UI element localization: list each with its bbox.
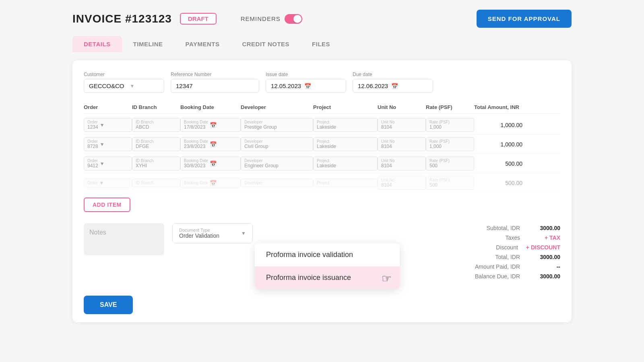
td-rate-4: Rate (PSF)500 <box>426 176 474 190</box>
discount-value[interactable]: + DISCOUNT <box>526 244 560 251</box>
doc-type-label: Document Type <box>179 228 219 232</box>
form-row: Customer GECCO&CO ▼ Reference Number 123… <box>84 72 560 93</box>
td-unit-3: Unit No8104 <box>378 156 426 171</box>
td-total-1: 1,000.00 <box>474 122 526 128</box>
customer-label: Customer <box>84 72 164 77</box>
table-row: Order8728 ▼ ID BranchDFGE Booking Date23… <box>84 135 560 154</box>
booking-calendar-icon-3[interactable]: 📅 <box>210 160 217 167</box>
td-branch-3: ID BranchXYHI <box>132 156 180 171</box>
amount-paid-value: -- <box>528 263 560 270</box>
tabs: DETAILS TIMELINE PAYMENTS CREDIT NOTES F… <box>72 36 572 52</box>
td-total-3: 500.00 <box>474 160 526 167</box>
dropdown-item-label-2: Proforma invoice issuance <box>266 274 351 282</box>
td-booking-3: Booking Date30/8/2023 📅 <box>180 156 241 171</box>
tab-details[interactable]: DETAILS <box>72 36 122 52</box>
due-date-label: Due date <box>353 72 433 77</box>
send-approval-button[interactable]: SEND FOR APPROVAL <box>477 10 572 28</box>
toggle-knob <box>293 15 301 23</box>
td-project-1: ProjectLakeside <box>313 118 378 132</box>
order-chevron-icon: ▼ <box>100 122 105 128</box>
booking-calendar-icon-2[interactable]: 📅 <box>210 141 217 148</box>
reminders-section: REMINDERS <box>241 14 302 24</box>
td-project-3: ProjectLakeside <box>313 156 378 171</box>
tab-payments[interactable]: PAYMENTS <box>174 36 231 52</box>
add-item-button[interactable]: ADD ITEM <box>84 197 130 212</box>
summary-total-row: Total, IDR 3000.00 <box>440 252 560 262</box>
save-button[interactable]: SAVE <box>84 296 133 314</box>
th-total: Total Amount, INR <box>474 104 526 110</box>
td-rate-2: Rate (PSF)1,000 <box>426 137 474 151</box>
discount-label: Discount <box>462 244 518 251</box>
due-date-input[interactable]: 12.06.2023 📅 <box>353 79 433 93</box>
td-unit-2: Unit No8104 <box>378 137 426 151</box>
order-chevron-icon-4: ▼ <box>99 180 104 186</box>
taxes-value[interactable]: + TAX <box>528 234 560 241</box>
dropdown-item-label-1: Proforma invoice validation <box>266 251 353 259</box>
order-chevron-icon-3: ▼ <box>100 161 105 167</box>
ref-value: 12347 <box>176 82 193 89</box>
table-row: Order ▼ ID Branch Booking Date 📅 Develop… <box>84 173 560 193</box>
th-order: Order <box>84 104 132 110</box>
dropdown-item-issuance[interactable]: Proforma invoice issuance ☞ <box>255 266 400 289</box>
td-total-4: 500.00 <box>474 180 526 186</box>
td-rate-3: Rate (PSF)500 <box>426 156 474 171</box>
notes-placeholder: Notes <box>89 229 106 236</box>
invoice-title: INVOICE #123123 <box>72 12 172 25</box>
th-id-branch: ID Branch <box>132 104 180 110</box>
dropdown-menu: Proforma invoice validation Proforma inv… <box>255 243 400 289</box>
booking-calendar-icon-1[interactable]: 📅 <box>210 122 217 128</box>
tab-timeline[interactable]: TIMELINE <box>122 36 174 52</box>
due-date-calendar-icon[interactable]: 📅 <box>391 83 398 89</box>
booking-calendar-icon-4[interactable]: 📅 <box>210 180 217 186</box>
td-rate-1: Rate (PSF)1,000 <box>426 118 474 132</box>
td-booking-2: Booking Date23/8/2023 📅 <box>180 137 241 151</box>
th-booking-date: Booking Date <box>180 104 241 110</box>
table-row: Order9412 ▼ ID BranchXYHI Booking Date30… <box>84 154 560 173</box>
issue-date-field-group: Issue date 12.05.2023 📅 <box>266 72 346 93</box>
customer-chevron-icon: ▼ <box>130 83 135 89</box>
draft-badge: DRAFT <box>180 13 217 25</box>
ref-label: Reference Number <box>171 72 259 77</box>
table-row: Order1234 ▼ ID BranchABCD Booking Date17… <box>84 115 560 135</box>
tab-credit-notes[interactable]: CREDIT NOTES <box>231 36 301 52</box>
td-total-2: 1,000.00 <box>474 141 526 148</box>
summary-balance-due-row: Balance Due, IDR 3000.00 <box>440 272 560 281</box>
tab-files[interactable]: FILES <box>301 36 341 52</box>
th-developer: Developer <box>241 104 313 110</box>
subtotal-label: Subtotal, IDR <box>464 225 520 231</box>
customer-value: GECCO&CO <box>89 82 124 89</box>
td-unit-1: Unit No8104 <box>378 118 426 132</box>
customer-input[interactable]: GECCO&CO ▼ <box>84 79 164 93</box>
table-header: Order ID Branch Booking Date Developer P… <box>84 101 560 114</box>
th-rate: Rate (PSF) <box>426 104 474 110</box>
reminders-label: REMINDERS <box>241 15 281 22</box>
taxes-label: Taxes <box>464 234 520 241</box>
ref-input[interactable]: 12347 <box>171 79 259 93</box>
total-value: 3000.00 <box>528 254 560 260</box>
bottom-section: Notes Document Type Order Validation ▼ P… <box>84 223 560 281</box>
save-section: SAVE <box>84 289 560 314</box>
td-branch-1: ID BranchABCD <box>132 118 180 132</box>
issue-date-label: Issue date <box>266 72 346 77</box>
td-branch-4: ID Branch <box>132 179 180 187</box>
main-card: Customer GECCO&CO ▼ Reference Number 123… <box>72 60 572 322</box>
doc-type-select[interactable]: Document Type Order Validation ▼ <box>172 223 253 243</box>
td-project-4: Project <box>313 179 378 187</box>
summary-section: Subtotal, IDR 3000.00 Taxes + TAX Discou… <box>440 223 560 281</box>
customer-field-group: Customer GECCO&CO ▼ <box>84 72 164 93</box>
balance-due-label: Balance Due, IDR <box>464 273 520 280</box>
due-date-field-group: Due date 12.06.2023 📅 <box>353 72 433 93</box>
notes-textarea[interactable]: Notes <box>84 223 164 255</box>
doc-type-section: Document Type Order Validation ▼ Proform… <box>172 223 253 243</box>
ref-field-group: Reference Number 12347 <box>171 72 259 93</box>
dropdown-item-validation[interactable]: Proforma invoice validation <box>255 243 400 266</box>
td-unit-4: Unit No8104 <box>378 176 426 190</box>
td-project-2: ProjectLakeside <box>313 137 378 151</box>
issue-date-calendar-icon[interactable]: 📅 <box>304 83 311 89</box>
td-developer-1: DeveloperPrestige Group <box>241 118 313 132</box>
reminders-toggle[interactable] <box>285 14 302 24</box>
amount-paid-label: Amount Paid, IDR <box>464 263 520 270</box>
td-order-1: Order1234 ▼ <box>84 118 132 132</box>
td-developer-3: DeveloperEngineer Group <box>241 156 313 171</box>
issue-date-input[interactable]: 12.05.2023 📅 <box>266 79 346 93</box>
